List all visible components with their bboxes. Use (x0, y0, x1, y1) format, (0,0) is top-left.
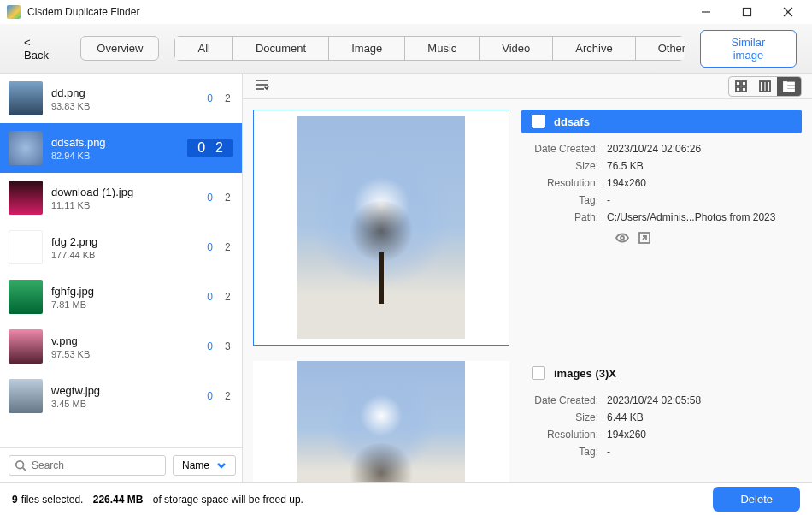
back-button[interactable]: < Back (15, 33, 65, 65)
overview-button[interactable]: Overview (80, 36, 159, 61)
list-item[interactable]: ddsafs.png 82.94 KB 02 (0, 123, 242, 173)
file-size: 97.53 KB (51, 349, 191, 359)
preview-detail: images (3)X Date Created:2023/10/24 02:0… (521, 361, 802, 482)
search-icon (15, 459, 26, 471)
preview-item: images (3)X Date Created:2023/10/24 02:0… (253, 361, 802, 482)
preview-image-frame[interactable] (253, 110, 509, 346)
detail-header[interactable]: images (3)X (521, 361, 802, 385)
preview-image-frame[interactable] (253, 361, 509, 482)
preview-image (297, 361, 465, 482)
external-link-icon[interactable] (638, 231, 651, 245)
maximize-button[interactable] (730, 0, 764, 24)
delete-button[interactable]: Delete (713, 487, 800, 512)
value-resolution: 194x260 (607, 429, 646, 441)
detail-title: images (3)X (554, 367, 616, 380)
file-thumbnail (9, 81, 43, 115)
app-icon (7, 5, 21, 19)
similar-image-button[interactable]: Similar image (700, 30, 797, 68)
sort-select[interactable]: Name (173, 455, 236, 476)
file-meta: fghfg.jpg 7.81 MB (51, 285, 191, 310)
tab-video[interactable]: Video (479, 36, 552, 61)
file-size: 3.45 MB (51, 399, 191, 409)
file-size: 82.94 KB (51, 151, 179, 161)
label-size: Size: (521, 411, 607, 423)
value-size: 6.44 KB (607, 411, 644, 423)
file-list[interactable]: dd.png 93.83 KB 02 ddsafs.png 82.94 KB 0… (0, 74, 242, 447)
file-meta: ddsafs.png 82.94 KB (51, 136, 179, 161)
search-input[interactable] (32, 459, 160, 471)
list-item[interactable]: download (1).jpg 11.11 KB 02 (0, 173, 242, 222)
view-columns-button[interactable] (753, 77, 777, 96)
list-item[interactable]: dd.png 93.83 KB 02 (0, 74, 242, 123)
svg-point-4 (16, 461, 24, 469)
detail-title: ddsafs (554, 115, 590, 128)
value-tag: - (607, 194, 610, 206)
view-list-button[interactable] (777, 77, 801, 96)
tab-document[interactable]: Document (232, 36, 328, 61)
file-name: ddsafs.png (51, 136, 179, 149)
file-size: 93.83 KB (51, 101, 191, 111)
preview-area[interactable]: ddsafs Date Created:2023/10/24 02:06:26 … (243, 99, 812, 482)
svg-rect-20 (784, 89, 786, 92)
svg-rect-11 (736, 87, 740, 92)
file-size: 11.11 KB (51, 200, 191, 210)
file-name: download (1).jpg (51, 186, 191, 198)
file-meta: v.png 97.53 KB (51, 334, 191, 359)
sidebar: dd.png 93.83 KB 02 ddsafs.png 82.94 KB 0… (0, 74, 243, 482)
main-panel: ddsafs Date Created:2023/10/24 02:06:26 … (243, 74, 812, 482)
svg-line-5 (23, 468, 26, 471)
list-item[interactable]: fghfg.jpg 7.81 MB 02 (0, 272, 242, 322)
label-tag: Tag: (521, 194, 607, 206)
search-input-wrap[interactable] (9, 455, 166, 476)
file-thumbnail (9, 131, 43, 165)
window-title: Cisdem Duplicate Finder (27, 6, 139, 18)
list-item[interactable]: fdg 2.png 177.44 KB 02 (0, 222, 242, 272)
value-tag: - (607, 446, 610, 458)
svg-rect-14 (764, 81, 767, 92)
tab-image[interactable]: Image (328, 36, 404, 61)
view-grid-button[interactable] (729, 77, 753, 96)
file-name: dd.png (51, 86, 191, 99)
checkbox-icon[interactable] (532, 366, 545, 380)
svg-rect-9 (736, 81, 740, 86)
main-toolbar (243, 74, 812, 99)
tab-all[interactable]: All (174, 36, 232, 61)
file-thumbnail (9, 280, 43, 314)
file-name: fdg 2.png (51, 235, 191, 248)
detail-header[interactable]: ddsafs (521, 110, 802, 133)
preview-detail: ddsafs Date Created:2023/10/24 02:06:26 … (521, 110, 802, 346)
value-resolution: 194x260 (607, 177, 646, 189)
value-path: C:/Users/Adminis...Photos from 2023 (607, 211, 775, 223)
file-thumbnail (9, 181, 43, 215)
file-meta: download (1).jpg 11.11 KB (51, 186, 191, 210)
tab-archive[interactable]: Archive (552, 36, 634, 61)
status-count-label: files selected. (21, 494, 84, 506)
svg-rect-19 (787, 86, 794, 87)
close-button[interactable] (771, 0, 805, 24)
file-thumbnail (9, 379, 43, 413)
tab-music[interactable]: Music (404, 36, 479, 61)
status-count: 9 (12, 494, 18, 506)
chevron-down-icon (216, 460, 227, 471)
status-size-label: of storage space will be freed up. (153, 494, 303, 506)
top-toolbar: < Back Overview All Document Image Music… (0, 24, 812, 74)
count-chip: 02 (187, 139, 233, 157)
checkbox-icon[interactable] (532, 115, 545, 128)
value-size: 76.5 KB (607, 160, 644, 172)
label-tag: Tag: (521, 446, 607, 458)
svg-rect-1 (744, 9, 751, 16)
file-name: fghfg.jpg (51, 285, 191, 298)
label-date-created: Date Created: (521, 143, 607, 155)
list-item[interactable]: wegtw.jpg 3.45 MB 02 (0, 371, 242, 421)
file-name: wegtw.jpg (51, 384, 191, 397)
svg-rect-15 (768, 81, 770, 92)
label-resolution: Resolution: (521, 177, 607, 189)
tab-other[interactable]: Other (635, 36, 685, 61)
minimize-button[interactable] (689, 0, 723, 24)
eye-icon[interactable] (615, 231, 629, 245)
svg-rect-18 (784, 86, 786, 88)
filter-button[interactable] (253, 76, 270, 97)
list-item[interactable]: v.png 97.53 KB 03 (0, 322, 242, 371)
label-size: Size: (521, 160, 607, 172)
file-thumbnail (9, 230, 43, 264)
